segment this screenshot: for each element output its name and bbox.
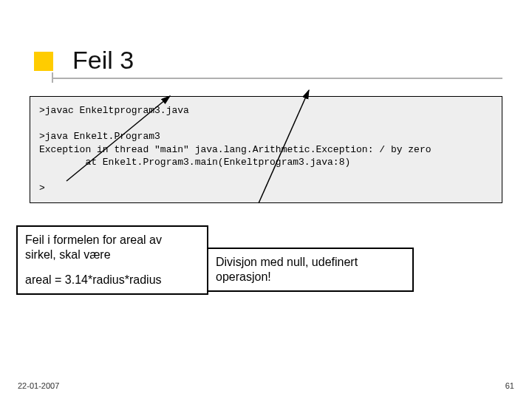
callout-text: sirkel, skal være — [25, 248, 200, 262]
callout-text: Feil i formelen for areal av — [25, 233, 200, 248]
callout-text: Divisjon med null, udefinert — [216, 255, 405, 270]
footer: 22-01-2007 61 — [18, 381, 514, 390]
code-terminal-output: >javac Enkeltprogram3.java >java Enkelt.… — [30, 96, 502, 203]
footer-page-number: 61 — [505, 381, 514, 390]
callout-div-zero: Divisjon med null, udefinert operasjon! — [207, 248, 414, 292]
title-bullet — [34, 52, 53, 71]
footer-date: 22-01-2007 — [18, 381, 59, 390]
callout-formula-fix: Feil i formelen for areal av sirkel, ska… — [16, 225, 208, 295]
title-row: Feil 3 — [30, 30, 502, 81]
callout-text: areal = 3.14*radius*radius — [25, 273, 200, 287]
callout-text: operasjon! — [216, 270, 405, 284]
slide-title: Feil 3 — [72, 46, 134, 75]
title-underline — [52, 78, 502, 79]
